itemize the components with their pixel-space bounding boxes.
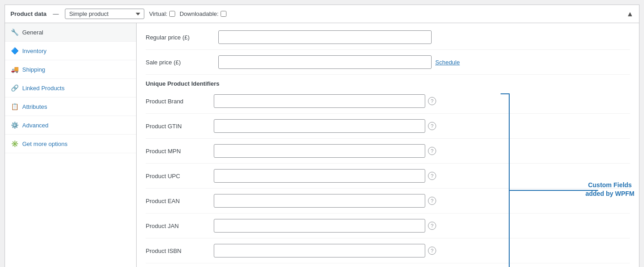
field-label-product-upc: Product UPC [146, 173, 214, 180]
downloadable-checkbox-label: Downloadable: [180, 10, 226, 17]
sidebar-item-shipping[interactable]: 🚚 Shipping [5, 60, 136, 79]
field-row-product-mpn: Product MPN? [146, 144, 630, 164]
field-label-product-mpn: Product MPN [146, 148, 214, 155]
link-icon: 🔗 [10, 84, 19, 92]
panel-header: Product data — Simple product Variable p… [5, 5, 639, 23]
sale-price-row: Sale price (£) Schedule [146, 55, 630, 75]
sidebar-item-advanced[interactable]: ⚙️ Advanced [5, 116, 136, 135]
field-row-product-upc: Product UPC? [146, 169, 630, 189]
help-icon-product-gtin[interactable]: ? [428, 122, 436, 130]
help-icon-product-ean[interactable]: ? [428, 197, 436, 205]
sidebar-item-attributes[interactable]: 📋 Attributes [5, 97, 136, 116]
help-icon-product-mpn[interactable]: ? [428, 147, 436, 155]
sale-price-input[interactable] [218, 55, 432, 69]
downloadable-checkbox[interactable] [221, 11, 226, 17]
sidebar-item-linked-products-label: Linked Products [22, 85, 64, 92]
sidebar-item-linked-products[interactable]: 🔗 Linked Products [5, 79, 136, 97]
virtual-checkbox[interactable] [169, 11, 175, 17]
field-input-wrap-product-upc: ? [214, 169, 436, 183]
field-input-product-brand[interactable] [214, 94, 425, 108]
virtual-checkbox-label: Virtual: [149, 10, 175, 17]
panel-title: Product data [10, 10, 46, 17]
fields-container: Product Brand?Product GTIN?Product MPN?P… [146, 94, 630, 267]
star-icon: ✳️ [10, 140, 19, 148]
sidebar-item-general[interactable]: 🔧 General [5, 23, 136, 42]
sidebar-item-get-more-options[interactable]: ✳️ Get more options [5, 135, 136, 153]
field-row-product-ean: Product EAN? [146, 194, 630, 214]
field-label-product-gtin: Product GTIN [146, 123, 214, 130]
field-input-wrap-product-brand: ? [214, 94, 436, 108]
sidebar-item-shipping-label: Shipping [22, 66, 45, 73]
sidebar-item-advanced-label: Advanced [22, 122, 49, 129]
schedule-link[interactable]: Schedule [435, 59, 460, 66]
help-icon-product-upc[interactable]: ? [428, 172, 436, 180]
regular-price-row: Regular price (£) [146, 30, 630, 50]
product-data-panel: Product data — Simple product Variable p… [5, 5, 639, 267]
help-icon-product-isbn[interactable]: ? [428, 247, 436, 255]
gear-icon: ⚙️ [10, 121, 19, 129]
field-input-product-ean[interactable] [214, 194, 425, 208]
main-content: Regular price (£) Sale price (£) Schedul… [137, 23, 639, 267]
list-icon: 📋 [10, 102, 19, 111]
field-input-wrap-product-gtin: ? [214, 119, 436, 133]
truck-icon: 🚚 [10, 65, 19, 73]
sidebar-item-general-label: General [22, 29, 43, 36]
sidebar: 🔧 General 🔷 Inventory 🚚 Shipping 🔗 Linke… [5, 23, 137, 267]
field-input-product-mpn[interactable] [214, 144, 425, 158]
field-input-wrap-product-mpn: ? [214, 144, 436, 158]
field-label-product-isbn: Product ISBN [146, 248, 214, 254]
collapse-button[interactable]: ▲ [626, 10, 634, 18]
field-label-product-jan: Product JAN [146, 223, 214, 229]
field-input-product-jan[interactable] [214, 219, 425, 233]
field-row-product-brand: Product Brand? [146, 94, 630, 114]
diamond-icon: 🔷 [10, 47, 19, 55]
unique-identifiers-heading: Unique Product Identifiers [146, 80, 630, 87]
sidebar-item-inventory[interactable]: 🔷 Inventory [5, 42, 136, 60]
panel-title-dash: — [53, 10, 59, 17]
field-input-wrap-product-ean: ? [214, 194, 436, 208]
field-row-product-gtin: Product GTIN? [146, 119, 630, 139]
regular-price-label: Regular price (£) [146, 34, 218, 41]
sidebar-item-get-more-options-label: Get more options [22, 141, 68, 147]
field-input-wrap-product-jan: ? [214, 219, 436, 233]
sale-price-label: Sale price (£) [146, 59, 218, 66]
field-input-wrap-product-isbn: ? [214, 244, 436, 257]
field-label-product-brand: Product Brand [146, 98, 214, 105]
field-input-product-gtin[interactable] [214, 119, 425, 133]
field-input-product-isbn[interactable] [214, 244, 425, 257]
regular-price-input[interactable] [218, 30, 432, 44]
field-input-product-upc[interactable] [214, 169, 425, 183]
field-row-product-jan: Product JAN? [146, 219, 630, 238]
wrench-icon: 🔧 [10, 28, 19, 36]
field-row-product-isbn: Product ISBN? [146, 244, 630, 263]
sidebar-item-inventory-label: Inventory [22, 48, 46, 54]
help-icon-product-brand[interactable]: ? [428, 97, 436, 105]
panel-body: 🔧 General 🔷 Inventory 🚚 Shipping 🔗 Linke… [5, 23, 639, 267]
field-label-product-ean: Product EAN [146, 198, 214, 204]
help-icon-product-jan[interactable]: ? [428, 222, 436, 230]
product-type-select[interactable]: Simple product Variable product Grouped … [65, 9, 144, 19]
sidebar-item-attributes-label: Attributes [22, 103, 47, 110]
